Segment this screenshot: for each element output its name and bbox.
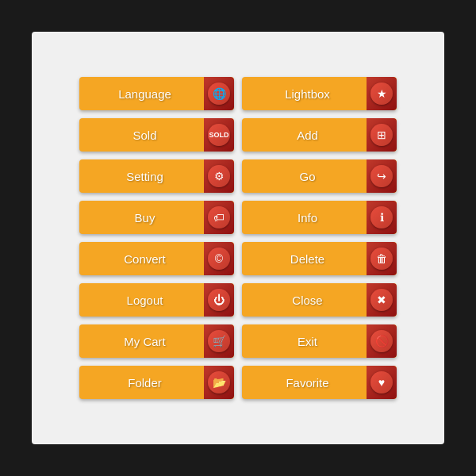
delete-button[interactable]: Delete 🗑 (242, 242, 397, 275)
go-icon: ↪ (367, 159, 397, 193)
exit-button[interactable]: Exit 🚫 (242, 324, 397, 358)
main-frame: Language 🌐 Lightbox ★ Sold SOLD Add ⊞ (32, 32, 444, 444)
buy-label: Buy (79, 211, 204, 225)
delete-label: Delete (242, 252, 367, 266)
go-button[interactable]: Go ↪ (242, 159, 397, 193)
close-label: Close (242, 294, 367, 307)
language-label: Language (79, 87, 204, 101)
my-cart-button[interactable]: My Cart 🛒 (79, 324, 234, 358)
setting-label: Setting (79, 170, 204, 183)
delete-icon: 🗑 (367, 242, 397, 275)
go-label: Go (242, 170, 367, 183)
sold-button[interactable]: Sold SOLD (79, 118, 234, 152)
sold-icon: SOLD (204, 118, 234, 152)
lightbox-icon: ★ (367, 77, 397, 110)
my-cart-icon: 🛒 (204, 324, 234, 358)
info-button[interactable]: Info ℹ (242, 201, 397, 234)
buy-icon: 🏷 (204, 201, 234, 234)
favorite-label: Favorite (242, 376, 367, 390)
language-icon: 🌐 (204, 77, 234, 110)
lightbox-label: Lightbox (242, 87, 367, 101)
exit-label: Exit (242, 335, 367, 348)
my-cart-label: My Cart (79, 335, 204, 348)
close-button[interactable]: Close ✖ (242, 283, 397, 317)
add-icon: ⊞ (367, 118, 397, 152)
favorite-icon: ♥ (367, 366, 397, 399)
close-icon: ✖ (367, 283, 397, 317)
setting-icon: ⚙ (204, 159, 234, 193)
logout-icon: ⏻ (204, 283, 234, 317)
folder-button[interactable]: Folder 📂 (79, 366, 234, 399)
sold-label: Sold (79, 129, 204, 142)
convert-label: Convert (79, 252, 204, 266)
exit-icon: 🚫 (367, 324, 397, 358)
logout-label: Logout (79, 294, 204, 307)
folder-label: Folder (79, 376, 204, 390)
folder-icon: 📂 (204, 366, 234, 399)
button-grid: Language 🌐 Lightbox ★ Sold SOLD Add ⊞ (63, 61, 413, 415)
favorite-button[interactable]: Favorite ♥ (242, 366, 397, 399)
info-icon: ℹ (367, 201, 397, 234)
convert-button[interactable]: Convert © (79, 242, 234, 275)
buy-button[interactable]: Buy 🏷 (79, 201, 234, 234)
language-button[interactable]: Language 🌐 (79, 77, 234, 110)
lightbox-button[interactable]: Lightbox ★ (242, 77, 397, 110)
logout-button[interactable]: Logout ⏻ (79, 283, 234, 317)
convert-icon: © (204, 242, 234, 275)
add-label: Add (242, 129, 367, 142)
setting-button[interactable]: Setting ⚙ (79, 159, 234, 193)
add-button[interactable]: Add ⊞ (242, 118, 397, 152)
info-label: Info (242, 211, 367, 225)
